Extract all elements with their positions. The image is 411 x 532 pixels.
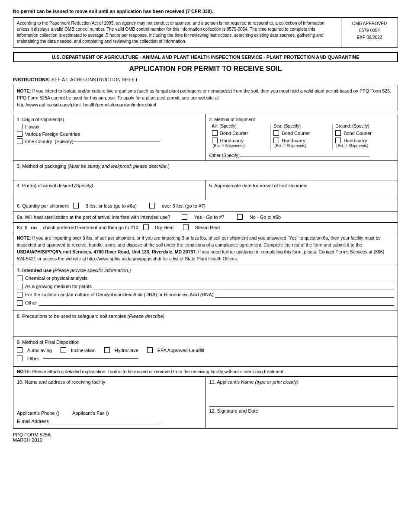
ground-handcarry-checkbox[interactable] xyxy=(335,138,341,143)
section6b-label: 6b. If xyxy=(17,225,27,230)
ground-bond-row: Bond Courier xyxy=(335,130,392,136)
section6b-suffix: , check preferred treatment and then go … xyxy=(40,225,140,230)
section7-label: 7. Intended use xyxy=(17,268,51,273)
sea-est-label: (Est. # Shipments xyxy=(274,144,305,148)
chemical-label: Chemical or physical analysis xyxy=(25,276,87,281)
air-header: Air: (Specify) xyxy=(212,124,268,128)
email-row: E-mail Address xyxy=(17,418,202,424)
hawaii-checkbox[interactable] xyxy=(17,124,22,129)
phone-label: Applicant's Phone () xyxy=(17,410,59,416)
omb-box: OMB APPROVED 0579-0054 EXP 09/2022 xyxy=(341,18,398,47)
phone-close: ) xyxy=(58,410,59,416)
autoclaving-checkbox[interactable] xyxy=(17,347,22,353)
dry-heat-checkbox[interactable] xyxy=(143,224,149,230)
note-bold: NOTE: xyxy=(17,88,31,93)
dept-header: U.S. DEPARTMENT OF AGRICULTURE - ANIMAL … xyxy=(13,52,398,62)
form-title: APPLICATION FOR PERMIT TO RECEIVE SOIL xyxy=(13,65,398,73)
sea-handcarry-label: Hand-carry xyxy=(282,138,305,143)
hydroclave-checkbox[interactable] xyxy=(104,347,110,353)
instructions-label: INSTRUCTIONS xyxy=(13,77,49,82)
specify-field[interactable] xyxy=(74,141,160,141)
other-specify-label: Other (Specify) xyxy=(209,153,240,158)
chemical-field[interactable] xyxy=(89,275,394,281)
one-country-checkbox[interactable] xyxy=(17,138,22,144)
other7-row: Other xyxy=(17,300,394,306)
other9-checkbox[interactable] xyxy=(17,356,22,361)
sea-close-label: ) xyxy=(305,144,306,148)
section6b-bold: no xyxy=(31,225,36,230)
instructions-line: INSTRUCTIONS: SEE ATTACHED INSTRUCTION S… xyxy=(13,77,398,82)
omb-line2: 0579-0054 xyxy=(345,27,394,34)
ground-close-label: ) xyxy=(367,144,368,148)
disp-row2: Other xyxy=(17,356,394,361)
incineration-label: Incineration xyxy=(71,348,96,353)
dna-field[interactable] xyxy=(215,292,394,298)
one-country-label: One Country xyxy=(25,139,52,144)
section5-label: 5. Approximate date for arrival of first… xyxy=(209,183,308,188)
air-close-label: ) xyxy=(244,144,245,148)
various-checkbox[interactable] xyxy=(17,131,22,137)
other9-label: Other xyxy=(27,356,39,361)
sea-bond-checkbox[interactable] xyxy=(273,130,279,136)
omb-line1: OMB APPROVED xyxy=(345,20,394,27)
6a-yes-checkbox[interactable] xyxy=(182,214,187,220)
section4-5-container: 4. Port(s) of arrival desired (Specify) … xyxy=(13,180,398,200)
ground-handcarry-label: Hand-carry xyxy=(344,138,367,143)
other7-field[interactable] xyxy=(39,300,394,306)
note-url[interactable]: http://www.aphis.usda.gov/plant_health/p… xyxy=(17,102,156,107)
section3-italic: (Must be sturdy and leakproof; please de… xyxy=(67,163,167,169)
ground-col: Ground: (Specify) Bond Courier Hand-carr… xyxy=(332,124,394,150)
steam-heat-checkbox[interactable] xyxy=(183,224,189,230)
section6-label: 6. Quantity per shipment xyxy=(17,203,69,208)
other9-field[interactable] xyxy=(43,358,138,359)
section11-italic: (type or print clearly) xyxy=(255,379,299,385)
section8: 8. Precautions to be used to safeguard s… xyxy=(13,311,398,337)
air-handcarry-checkbox[interactable] xyxy=(212,138,218,143)
incineration-checkbox[interactable] xyxy=(61,347,66,353)
section2: 2. Method of Shipment Air: (Specify) Bon… xyxy=(206,114,398,160)
paperwork-reduction-box: According to the Paperwork Reduction Act… xyxy=(13,17,398,48)
6a-no-checkbox[interactable] xyxy=(237,214,243,220)
other-specify-field[interactable] xyxy=(240,157,369,157)
epa-label: EPA Approved Landfill xyxy=(157,348,204,353)
qty-large-checkbox[interactable] xyxy=(149,203,155,208)
qty-small-checkbox[interactable] xyxy=(73,203,79,208)
section7-header: 7. Intended use (Please provide specific… xyxy=(17,268,394,273)
instructions-text: : SEE ATTACHED INSTRUCTION SHEET xyxy=(49,77,138,82)
other7-label: Other xyxy=(25,300,37,305)
air-est-label: (Est. # Shipments xyxy=(213,144,244,148)
omb-line3: EXP 09/2022 xyxy=(345,34,394,41)
growing-field[interactable] xyxy=(93,283,394,289)
growing-checkbox[interactable] xyxy=(17,284,22,289)
dna-row: For the isolation and/or culture of Deox… xyxy=(17,292,394,298)
form-footer: PPQ FORM 525A MARCH 2010 xyxy=(13,429,398,442)
warning-agency: USDA/APHIS/PPQ/Permit Services, 4700 Riv… xyxy=(17,249,197,254)
warning-url[interactable]: http://www.aphis.usda.gov/ppq/sphd/ for … xyxy=(87,256,238,261)
qty-large-label: over 3 lbs. (go to #7) xyxy=(162,203,206,208)
air-col: Air: (Specify) Bond Courier Hand-carry (… xyxy=(209,124,271,150)
specify-label: (Specify) xyxy=(55,139,74,144)
note-box: NOTE: If you intend to isolate and/or cu… xyxy=(13,85,398,111)
sea-bond-label: Bond Courier xyxy=(282,131,310,136)
section11-label: 11. Applicant's Name (type or print clea… xyxy=(209,379,395,385)
section9: 9. Method of Final Disposition Autoclavi… xyxy=(13,337,398,367)
ground-bond-checkbox[interactable] xyxy=(335,130,341,136)
incineration-item: Incineration xyxy=(61,347,96,353)
air-bond-checkbox[interactable] xyxy=(212,130,218,136)
section1-2-container: 1. Origin of shipment(s) Hawaii Various … xyxy=(13,114,398,161)
air-handcarry-label: Hand-carry xyxy=(220,138,244,143)
section10-12-container: 10. Name and address of receiving facili… xyxy=(13,377,398,429)
dna-checkbox[interactable] xyxy=(17,292,22,298)
section6b: 6b. If no , check preferred treatment an… xyxy=(13,223,398,232)
various-row: Various Foreign Countries xyxy=(17,131,202,137)
sea-handcarry-checkbox[interactable] xyxy=(273,138,279,143)
ground-handcarry-row: Hand-carry (Est. # Shipments ) xyxy=(335,138,392,148)
epa-item: EPA Approved Landfill xyxy=(147,347,204,353)
email-field[interactable] xyxy=(51,418,160,424)
chemical-checkbox[interactable] xyxy=(17,276,22,281)
other7-checkbox[interactable] xyxy=(17,300,22,306)
growing-label: As a growing medium for plants xyxy=(25,284,92,289)
various-label: Various Foreign Countries xyxy=(25,131,80,137)
epa-checkbox[interactable] xyxy=(147,347,153,353)
phone-row: Applicant's Phone () Applicant's Fax () xyxy=(17,410,202,416)
